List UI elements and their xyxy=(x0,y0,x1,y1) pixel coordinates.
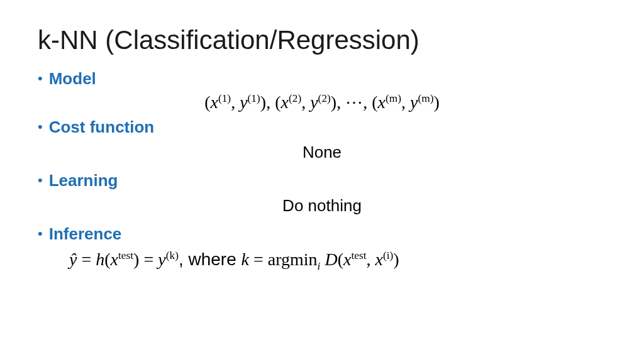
bullet-learning: • Learning xyxy=(38,171,606,190)
bullet-label: Inference xyxy=(49,224,122,243)
learning-value: Do nothing xyxy=(38,196,606,216)
bullet-icon: • xyxy=(38,69,43,88)
bullet-icon: • xyxy=(38,171,43,190)
bullet-cost: • Cost function xyxy=(38,118,606,136)
bullet-icon: • xyxy=(38,118,43,136)
bullet-label: Learning xyxy=(49,171,118,190)
model-equation: (x(1), y(1)), (x(2), y(2)), ⋯, (x(m), y(… xyxy=(38,92,606,112)
bullet-label: Model xyxy=(49,69,96,88)
inference-equation: ŷ = h(xtest) = y(k), where k = argmini D… xyxy=(69,250,606,270)
cost-value: None xyxy=(38,143,606,162)
bullet-label: Cost function xyxy=(49,118,155,136)
bullet-inference: • Inference xyxy=(38,224,606,243)
bullet-model: • Model xyxy=(38,69,606,88)
slide-title: k-NN (Classification/Regression) xyxy=(38,25,606,55)
bullet-icon: • xyxy=(38,224,43,243)
